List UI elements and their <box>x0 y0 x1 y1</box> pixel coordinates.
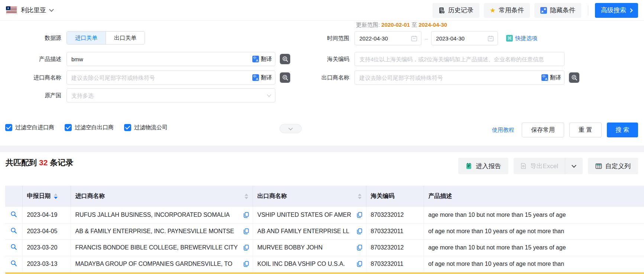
date-end-field[interactable] <box>431 31 498 45</box>
header-declare-date[interactable]: 申报日期 <box>22 186 71 207</box>
cell-hs-code: 8703232012 <box>366 239 424 256</box>
tab-import-declarations[interactable]: 进口关单 <box>67 32 106 44</box>
date-start-input[interactable] <box>355 32 410 45</box>
fuzzy-search-icon[interactable] <box>569 72 579 83</box>
hs-code-input[interactable] <box>355 52 564 66</box>
origin-select[interactable] <box>67 88 275 102</box>
translate-button[interactable]: 中 A 翻译 <box>250 52 272 66</box>
table-row: 2023-04-05 AB & FAMILY ENTERPRISE, INC. … <box>5 223 644 239</box>
collapse-form-button[interactable] <box>279 124 302 133</box>
saved-conditions-button[interactable]: ★ 常用条件 <box>484 3 530 18</box>
cell-exporter[interactable]: MURVEE BOBBY JOHN <box>253 239 366 256</box>
tutorial-link[interactable]: 使用教程 <box>492 127 514 134</box>
translate-button[interactable]: 中 A 翻译 <box>250 71 272 84</box>
copy-icon[interactable] <box>243 228 249 235</box>
customize-columns-button[interactable]: 自定义列 <box>588 158 638 174</box>
quick-options-link[interactable]: ⌘ 快捷选项 <box>506 35 537 42</box>
header-importer[interactable]: 进口商名称 <box>71 186 253 207</box>
liberia-flag-icon: ★ <box>6 6 17 14</box>
export-excel-button[interactable]: 导出Excel <box>514 158 565 174</box>
origin-input[interactable] <box>67 89 275 102</box>
tab-export-declarations[interactable]: 出口关单 <box>106 32 145 44</box>
data-source-toggle: 进口关单 出口关单 <box>67 31 145 45</box>
checkbox-checked-icon[interactable] <box>65 124 72 131</box>
history-button[interactable]: 历史记录 <box>433 3 479 18</box>
save-conditions-button[interactable]: 保存常用 <box>522 123 564 137</box>
checkbox-checked-icon[interactable] <box>124 124 131 131</box>
cell-importer[interactable]: MADAYBA GROUP OF COMPANIES GARDNESVILLE,… <box>71 256 253 272</box>
cell-importer[interactable]: RUFUS JALLAH BUSINESS, INCORPORATED SOMA… <box>71 207 253 223</box>
search-button[interactable]: 搜 索 <box>607 123 638 137</box>
magnifier-icon[interactable] <box>10 244 17 250</box>
sort-icon[interactable] <box>245 193 248 199</box>
cell-exporter[interactable]: VSHIP UNITED STATES OF AMER <box>253 207 366 223</box>
copy-icon[interactable] <box>357 245 362 251</box>
cell-date: 2023-04-05 <box>22 223 71 239</box>
update-range: 更新范围: 2020-02-01 至 2024-04-30 <box>356 22 447 29</box>
translate-button[interactable]: 中 A 翻译 <box>539 71 561 84</box>
filter-logistics-company[interactable]: 过滤物流公司 <box>124 124 168 131</box>
row-preview-cell <box>5 239 22 256</box>
flag-star: ★ <box>6 6 10 10</box>
export-options-button[interactable] <box>565 158 583 174</box>
sort-icon[interactable] <box>54 193 58 199</box>
copy-icon[interactable] <box>243 245 249 251</box>
cell-date: 2023-03-13 <box>22 256 71 272</box>
table-row: 2023-03-13 MADAYBA GROUP OF COMPANIES GA… <box>5 256 644 272</box>
country-selector[interactable]: ★ 利比里亚 <box>6 6 53 14</box>
chevron-down-icon <box>49 7 54 12</box>
match-count-title: 共匹配到32条记录 <box>6 157 73 168</box>
copy-icon[interactable] <box>357 228 362 235</box>
hs-code-field <box>355 52 564 66</box>
cell-exporter[interactable]: KOIL INC DBA VSHIP CO U.S.A. <box>253 256 366 272</box>
country-name: 利比里亚 <box>21 6 46 14</box>
checkbox-checked-icon[interactable] <box>5 124 12 131</box>
sort-icon[interactable] <box>358 193 362 199</box>
enter-report-label: 进入报告 <box>476 162 501 170</box>
calendar-icon[interactable] <box>488 35 494 42</box>
date-start-field[interactable] <box>355 31 421 45</box>
update-range-label: 更新范围: <box>356 22 380 28</box>
translate-icon: 中 A <box>252 56 259 62</box>
fuzzy-search-icon[interactable] <box>280 54 290 64</box>
filters-row: 过滤空白进口商 过滤空白出口商 过滤物流公司 <box>5 124 168 131</box>
table-row: 2023-04-19 RUFUS JALLAH BUSINESS, INCORP… <box>5 207 644 223</box>
product-desc-field: 中 A 翻译 <box>67 52 275 66</box>
product-desc-row: 产品描述 中 A 翻译 <box>6 52 290 66</box>
copy-icon[interactable] <box>243 261 249 267</box>
exporter-input[interactable] <box>355 71 564 84</box>
cell-importer[interactable]: FRANCIS BONDOE BIBLE COLLEGE, BREWERVILL… <box>71 239 253 256</box>
table-header-row: 申报日期 进口商名称 出口商名称 海关编码 产品描述 <box>5 186 644 207</box>
cell-hs-code: 8703232012 <box>366 207 424 223</box>
importer-input[interactable] <box>67 71 275 84</box>
reset-button[interactable]: 重 置 <box>569 123 601 137</box>
origin-row: 原产国 <box>6 88 275 102</box>
copy-icon[interactable] <box>243 212 249 218</box>
copy-icon[interactable] <box>357 212 362 218</box>
topbar: ★ 利比里亚 历史记录 ★ 常用条件 <box>0 0 644 21</box>
fuzzy-search-icon[interactable] <box>280 72 290 83</box>
magnifier-icon[interactable] <box>10 211 17 218</box>
date-end-input[interactable] <box>431 32 486 45</box>
saved-conditions-label: 常用条件 <box>499 6 524 14</box>
row-preview-cell <box>5 256 22 272</box>
cell-description: of age not more than 10 years of age not… <box>424 223 644 239</box>
header-exporter[interactable]: 出口商名称 <box>253 186 366 207</box>
magnifier-icon[interactable] <box>10 227 17 234</box>
exporter-row: 出口商名称 中 A 翻译 <box>301 71 579 85</box>
columns-icon <box>595 163 602 169</box>
filter-blank-importer[interactable]: 过滤空白进口商 <box>5 124 54 131</box>
results-table: 申报日期 进口商名称 出口商名称 海关编码 产品描述 <box>5 186 644 273</box>
product-desc-input[interactable] <box>67 52 275 66</box>
exporter-field: 中 A 翻译 <box>355 71 564 85</box>
advanced-search-button[interactable]: 高级搜索 <box>595 3 638 18</box>
origin-label: 原产国 <box>6 92 61 99</box>
enter-report-button[interactable]: 进入报告 <box>458 158 508 174</box>
copy-icon[interactable] <box>357 261 362 267</box>
cell-importer[interactable]: AB & FAMILY ENTERPRISE, INC. PAYNESVILLE… <box>71 223 253 239</box>
magnifier-icon[interactable] <box>10 260 17 267</box>
calendar-icon[interactable] <box>411 35 417 42</box>
filter-blank-exporter[interactable]: 过滤空白出口商 <box>65 124 114 131</box>
cell-exporter[interactable]: AB AND FAMILY ENTERPRISE LL <box>253 223 366 239</box>
hide-conditions-button[interactable]: 隐藏条件 <box>534 3 581 18</box>
